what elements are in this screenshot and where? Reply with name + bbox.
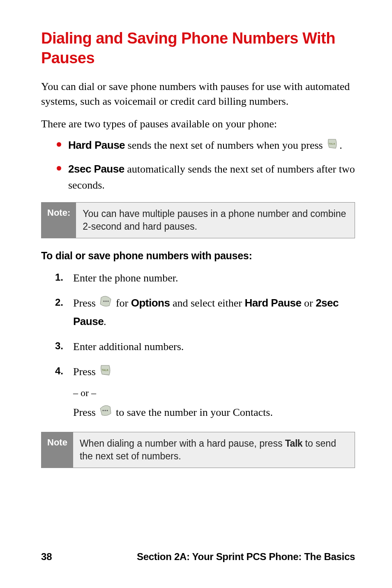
page-footer: 38 Section 2A: Your Sprint PCS Phone: Th… bbox=[0, 551, 392, 563]
step-sub-line: Press to save the number in your Contact… bbox=[73, 404, 355, 423]
svg-point-7 bbox=[107, 410, 108, 411]
step-text-after: to save the number in your Contacts. bbox=[113, 406, 272, 418]
svg-point-5 bbox=[103, 410, 104, 411]
intro-paragraph: You can dial or save phone numbers with … bbox=[41, 79, 355, 109]
note-text-pre: When dialing a number with a hard pause,… bbox=[80, 438, 285, 449]
steps-heading: To dial or save phone numbers with pause… bbox=[41, 250, 355, 262]
page-number: 38 bbox=[41, 551, 52, 563]
list-item: 2sec Pause automatically sends the next … bbox=[57, 161, 355, 193]
steps-list: Enter the phone number. Press for Option… bbox=[41, 270, 355, 423]
note-label: Note bbox=[42, 432, 73, 468]
note-box-1: Note: You can have multiple pauses in a … bbox=[41, 202, 355, 238]
or-divider: – or – bbox=[73, 385, 355, 400]
page-title: Dialing and Saving Phone Numbers With Pa… bbox=[41, 29, 355, 68]
bullet-text-pre: sends the next set of numbers when you p… bbox=[125, 139, 325, 151]
step-text-for: for bbox=[113, 297, 131, 309]
softkey-left-icon bbox=[99, 404, 112, 421]
step-item: Enter additional numbers. bbox=[55, 339, 355, 355]
step-text-press: Press bbox=[73, 366, 98, 378]
talk-label: Talk bbox=[285, 438, 302, 449]
step-text-and: and select either bbox=[170, 297, 244, 309]
hard-pause-label: Hard Pause bbox=[244, 297, 301, 309]
svg-point-2 bbox=[106, 300, 107, 302]
page-content: Dialing and Saving Phone Numbers With Pa… bbox=[0, 0, 392, 588]
bullet-text-post: . bbox=[339, 139, 342, 151]
lead-paragraph: There are two types of pauses available … bbox=[41, 117, 355, 131]
list-item: Hard Pause sends the next set of numbers… bbox=[57, 137, 355, 155]
note-box-2: Note When dialing a number with a hard p… bbox=[41, 432, 355, 468]
bullet-label: 2sec Pause bbox=[68, 163, 125, 175]
note-text: You can have multiple pauses in a phone … bbox=[76, 203, 355, 238]
svg-text:TALK: TALK bbox=[102, 369, 109, 371]
step-text: Enter the phone number. bbox=[73, 272, 178, 284]
step-item: Press for Options and select either Hard… bbox=[55, 295, 355, 330]
step-item: Press TALK – or – Press to save the numb… bbox=[55, 364, 355, 423]
step-item: Enter the phone number. bbox=[55, 270, 355, 286]
svg-point-3 bbox=[108, 300, 109, 302]
step-text-press: Press bbox=[73, 297, 98, 309]
talk-key-icon: TALK bbox=[99, 364, 112, 380]
step-text-or: or bbox=[301, 297, 316, 309]
pause-types-list: Hard Pause sends the next set of numbers… bbox=[41, 137, 355, 193]
svg-text:TALK: TALK bbox=[329, 143, 335, 145]
note-text: When dialing a number with a hard pause,… bbox=[73, 432, 355, 468]
note-label: Note: bbox=[42, 203, 76, 238]
talk-key-icon: TALK bbox=[327, 138, 338, 154]
svg-point-1 bbox=[104, 300, 105, 302]
softkey-right-icon bbox=[99, 295, 112, 312]
section-title: Section 2A: Your Sprint PCS Phone: The B… bbox=[137, 551, 355, 563]
step-text-period: . bbox=[104, 316, 106, 327]
step-text: Enter additional numbers. bbox=[73, 341, 184, 353]
step-text-press2: Press bbox=[73, 406, 98, 418]
options-label: Options bbox=[131, 297, 170, 309]
svg-point-6 bbox=[105, 410, 106, 411]
bullet-label: Hard Pause bbox=[68, 139, 125, 151]
